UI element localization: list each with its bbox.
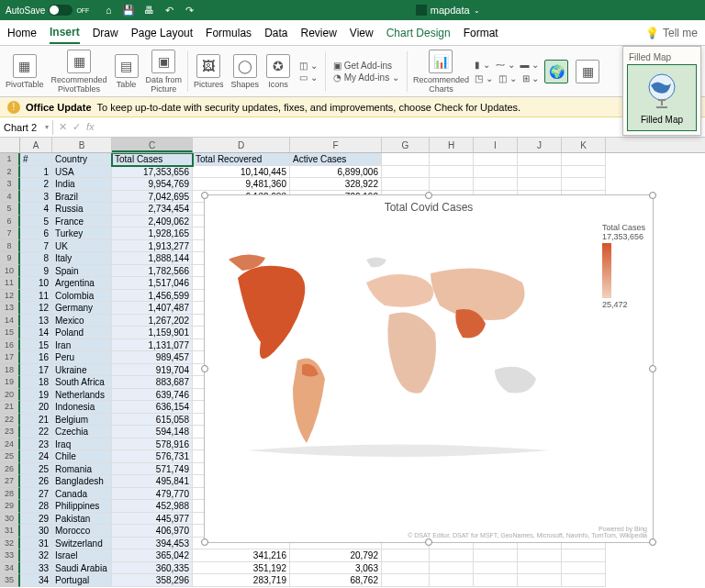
smartart-icon[interactable]: ◫ ⌄: [299, 61, 318, 71]
save-icon[interactable]: 💾: [122, 4, 135, 17]
cell[interactable]: 7,042,695: [112, 191, 193, 204]
row-header[interactable]: 34: [0, 562, 20, 575]
cell[interactable]: 365,042: [112, 549, 193, 562]
row-header[interactable]: 22: [0, 414, 20, 427]
cell[interactable]: 7: [20, 240, 52, 253]
filled-map-option[interactable]: Filled Map: [627, 64, 697, 131]
tab-view[interactable]: View: [350, 23, 374, 43]
row-header[interactable]: 33: [0, 549, 20, 562]
cell[interactable]: 2,409,062: [112, 216, 193, 228]
cell[interactable]: 989,457: [112, 351, 193, 364]
pivotchart-button[interactable]: ▦: [574, 58, 601, 85]
cell[interactable]: India: [52, 178, 112, 191]
cell[interactable]: 6,899,006: [290, 166, 382, 179]
col-header-H[interactable]: H: [430, 138, 474, 152]
tab-chart-design[interactable]: Chart Design: [386, 23, 451, 43]
cell[interactable]: Total Recovered: [193, 153, 290, 166]
cell[interactable]: Spain: [52, 265, 112, 278]
tab-data[interactable]: Data: [264, 23, 287, 43]
home-icon[interactable]: ⌂: [102, 4, 115, 17]
resize-handle[interactable]: [649, 192, 656, 199]
cell[interactable]: 31: [20, 538, 52, 550]
cell[interactable]: Pakistan: [52, 513, 112, 526]
row-header[interactable]: 24: [0, 438, 20, 451]
col-header-F[interactable]: F: [290, 138, 382, 152]
cell[interactable]: #: [20, 153, 52, 166]
spreadsheet-grid[interactable]: A B C D F G H I J K 1#CountryTotal Cases…: [0, 138, 705, 588]
recommended-charts-button[interactable]: 📊Recommended Charts: [411, 48, 471, 95]
select-all-corner[interactable]: [0, 138, 20, 152]
print-icon[interactable]: 🖶: [142, 4, 155, 17]
pictures-button[interactable]: 🖼Pictures: [192, 52, 226, 91]
cell[interactable]: 24: [20, 450, 52, 463]
row-header[interactable]: 4: [0, 191, 20, 204]
cell[interactable]: 1,407,487: [112, 302, 193, 315]
cell[interactable]: 17: [20, 364, 52, 377]
cell[interactable]: 9: [20, 265, 52, 278]
cancel-icon[interactable]: ✕: [59, 121, 67, 133]
cell[interactable]: 495,841: [112, 475, 193, 488]
cell[interactable]: 445,977: [112, 513, 193, 526]
cell[interactable]: Turkey: [52, 227, 112, 240]
cell[interactable]: Country: [52, 153, 112, 166]
cell[interactable]: 18: [20, 376, 52, 389]
cell[interactable]: Indonesia: [52, 401, 112, 414]
row-header[interactable]: 18: [0, 364, 20, 377]
cell[interactable]: 15: [20, 339, 52, 352]
row-header[interactable]: 28: [0, 488, 20, 501]
cell[interactable]: 578,916: [112, 438, 193, 451]
cell[interactable]: 29: [20, 513, 52, 526]
cell[interactable]: Czechia: [52, 426, 112, 438]
table-button[interactable]: ▤Table: [113, 52, 140, 91]
row-header[interactable]: 6: [0, 216, 20, 228]
cell[interactable]: Saudi Arabia: [52, 562, 112, 575]
cell[interactable]: 30: [20, 525, 52, 538]
cell[interactable]: Mexico: [52, 315, 112, 327]
cell[interactable]: 883,687: [112, 376, 193, 389]
row-header[interactable]: 17: [0, 351, 20, 364]
row-header[interactable]: 19: [0, 376, 20, 389]
row-header[interactable]: 30: [0, 513, 20, 526]
cell[interactable]: Total Cases: [112, 153, 193, 166]
bar-chart-icon[interactable]: ▬ ⌄: [520, 60, 540, 70]
cell[interactable]: 12: [20, 302, 52, 315]
cell[interactable]: 1,913,277: [112, 240, 193, 253]
cell[interactable]: UK: [52, 240, 112, 253]
tab-draw[interactable]: Draw: [93, 23, 118, 43]
row-header[interactable]: 35: [0, 574, 20, 587]
row-header[interactable]: 12: [0, 290, 20, 303]
tab-insert[interactable]: Insert: [50, 22, 80, 44]
cell[interactable]: 919,704: [112, 364, 193, 377]
row-header[interactable]: 20: [0, 389, 20, 402]
hierarchy-chart-icon[interactable]: ◳ ⌄: [475, 73, 493, 83]
cell[interactable]: Italy: [52, 252, 112, 265]
resize-handle[interactable]: [425, 538, 432, 546]
cell[interactable]: 22: [20, 426, 52, 438]
resize-handle[interactable]: [201, 365, 208, 372]
cell[interactable]: 3: [20, 191, 52, 204]
tab-format[interactable]: Format: [464, 23, 498, 43]
tab-formulas[interactable]: Formulas: [206, 23, 252, 43]
cell[interactable]: 360,335: [112, 562, 193, 575]
cell[interactable]: Colombia: [52, 290, 112, 303]
cell[interactable]: Chile: [52, 450, 112, 463]
cell[interactable]: Canada: [52, 488, 112, 501]
cell[interactable]: 28: [20, 500, 52, 513]
fx-icon[interactable]: fx: [86, 121, 95, 133]
cell[interactable]: 406,970: [112, 525, 193, 538]
tell-me[interactable]: 💡 Tell me: [645, 27, 698, 39]
col-header-A[interactable]: A: [20, 138, 52, 152]
row-header[interactable]: 26: [0, 463, 20, 476]
screenshot-icon[interactable]: ▭ ⌄: [299, 72, 318, 83]
resize-handle[interactable]: [201, 538, 208, 546]
cell[interactable]: 571,749: [112, 463, 193, 476]
cell[interactable]: 20,792: [290, 549, 382, 562]
cell[interactable]: 8: [20, 252, 52, 265]
cell[interactable]: 68,762: [290, 574, 382, 587]
row-header[interactable]: 27: [0, 475, 20, 488]
cell[interactable]: 1,517,046: [112, 277, 193, 290]
resize-handle[interactable]: [649, 365, 656, 372]
resize-handle[interactable]: [649, 538, 656, 546]
cell[interactable]: Romania: [52, 463, 112, 476]
maps-button[interactable]: 🌍: [543, 58, 570, 85]
